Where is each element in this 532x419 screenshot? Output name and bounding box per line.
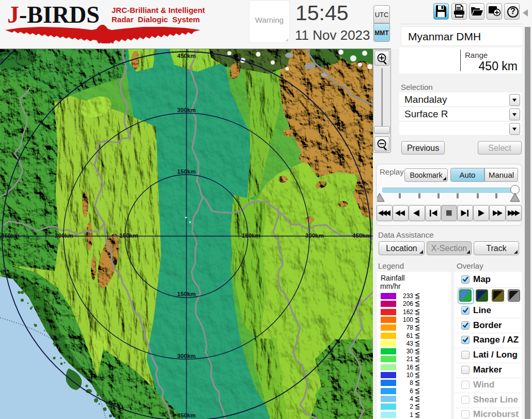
svg-text:150km: 150km [119, 232, 138, 239]
svg-text:450km: 450km [1, 232, 20, 239]
svg-text:450km: 450km [177, 53, 196, 59]
svg-text:150km: 150km [177, 291, 196, 297]
svg-text:300km: 300km [55, 232, 73, 239]
svg-text:450km: 450km [352, 232, 371, 239]
svg-text:150km: 150km [177, 168, 196, 175]
svg-text:450km: 450km [177, 412, 196, 418]
svg-text:150km: 150km [242, 232, 260, 239]
svg-text:300km: 300km [305, 232, 324, 239]
svg-text:300km: 300km [177, 353, 196, 359]
svg-text:300km: 300km [177, 107, 196, 113]
